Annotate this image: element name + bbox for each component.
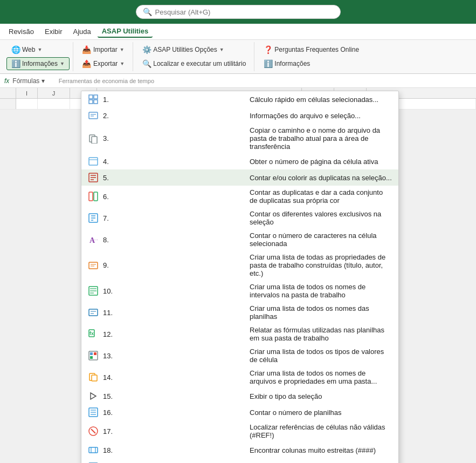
chevron-down-icon-2: ▼: [60, 61, 65, 66]
item-icon-6: [88, 191, 99, 202]
dropdown-item-11[interactable]: 11. Criar uma lista de todos os nomes da…: [81, 302, 398, 323]
grid-cell[interactable]: [38, 99, 70, 109]
ribbon-btn-localizar[interactable]: 🔍 Localizar e executar um utilitário: [137, 57, 251, 70]
gear-icon: ⚙️: [142, 45, 151, 54]
search-input[interactable]: [155, 8, 334, 16]
dropdown-item-2[interactable]: 2. Informações do arquivo e seleção...: [81, 107, 398, 124]
svg-rect-38: [90, 356, 93, 359]
item-text-1: 1.: [103, 96, 245, 104]
row-header-spacer: [0, 88, 16, 98]
ribbon-btn-opcoes[interactable]: ⚙️ ASAP Utilities Opções ▼: [137, 43, 229, 56]
dropdown-item-17[interactable]: 17. Localizar referências de células não…: [81, 420, 398, 442]
formula-bar: fx Fórmulas ▾ Ferramentas de economia de…: [0, 74, 476, 88]
dropdown-item-6[interactable]: 6. Contar as duplicatas e dar a cada con…: [81, 186, 398, 207]
search-box[interactable]: 🔍: [136, 5, 341, 19]
item-label-15: Exibir o tipo da seleção: [250, 392, 392, 400]
grid-cell[interactable]: [16, 99, 38, 109]
ribbon-btn-informacoes[interactable]: ℹ️ Informações ▼: [6, 57, 70, 70]
svg-rect-36: [90, 352, 93, 355]
dropdown-item-7[interactable]: 7. Contar os diferentes valores exclusiv…: [81, 207, 398, 229]
item-num-7: 7.: [103, 214, 245, 222]
menu-item-asap[interactable]: ASAP Utilities: [98, 25, 153, 38]
item-num-11: 11.: [103, 309, 245, 317]
ribbon-btn-exportar[interactable]: 📤 Exportar ▼: [78, 57, 129, 70]
dropdown-item-15[interactable]: 15. Exibir o tipo da seleção: [81, 388, 398, 404]
item-label-6: Contar as duplicatas e dar a cada conjun…: [250, 188, 392, 205]
item-label-2: Informações do arquivo e seleção...: [250, 112, 392, 120]
ribbon-group-1: 🌐 Web ▼ ℹ️ Informações ▼: [3, 42, 73, 71]
top-bar: 🔍: [0, 0, 476, 24]
item-icon-19: [88, 461, 99, 463]
row-num: [0, 99, 16, 109]
item-num-14: 14.: [103, 373, 245, 382]
svg-rect-40: [92, 375, 97, 381]
dropdown-item-14[interactable]: 14. Criar uma lista de todos os nomes de…: [81, 366, 398, 388]
item-num-18: 18.: [103, 446, 245, 454]
item-label-16: Contar o número de planilhas: [250, 408, 392, 417]
svg-rect-0: [89, 95, 93, 99]
ribbon-group-4: ❓ Perguntas Frequentes Online ℹ️ Informa…: [256, 42, 367, 71]
menu-item-exibir[interactable]: Exibir: [40, 26, 67, 37]
item-num-15: 15.: [103, 392, 245, 400]
item-icon-1: [88, 94, 99, 105]
chevron-down-icon-3: ▼: [120, 47, 125, 52]
item-num-10: 10.: [103, 287, 245, 295]
item-num-3: 3.: [103, 134, 245, 142]
economy-label: Ferramentas de economia de tempo: [59, 78, 154, 84]
ribbon-btn-web[interactable]: 🌐 Web ▼: [6, 43, 47, 56]
dropdown-item-19[interactable]: 19. Exibir sua resolução de tela: [81, 458, 398, 463]
item-icon-7: [88, 213, 99, 223]
item-label-12: Relatar as fórmulas utilizadas nas plani…: [250, 326, 392, 342]
item-label-8: Contar o número de caracteres na célula …: [250, 232, 392, 248]
col-header-j: J: [38, 88, 70, 98]
dropdown-item-9[interactable]: 9. Criar uma lista de todas as proprieda…: [81, 250, 398, 280]
dropdown-item-1[interactable]: 1. Cálculo rápido em células selecionada…: [81, 91, 398, 107]
svg-rect-37: [94, 352, 96, 355]
item-label-5: Contar e/ou colorir as duplicatas na sel…: [250, 174, 392, 182]
menu-item-revisao[interactable]: Revisão: [4, 26, 38, 37]
svg-rect-4: [89, 112, 98, 119]
svg-rect-15: [89, 192, 93, 201]
item-label-18: Encontrar colunas muito estreitas (####): [250, 446, 392, 454]
svg-rect-16: [94, 192, 98, 201]
ribbon-btn-info2[interactable]: ℹ️ Informações: [259, 57, 315, 70]
item-num-4: 4.: [103, 158, 245, 166]
item-num-6: 6.: [103, 193, 245, 201]
svg-rect-8: [92, 137, 97, 144]
dropdown-item-5[interactable]: 5. Contar e/ou colorir as duplicatas na …: [81, 169, 398, 186]
svg-rect-9: [89, 158, 98, 165]
item-label-14: Criar uma lista de todos os nomes de arq…: [250, 369, 392, 385]
item-icon-17: [88, 426, 99, 437]
dropdown-item-12[interactable]: fx 12. Relatar as fórmulas utilizadas na…: [81, 323, 398, 345]
dropdown-item-13[interactable]: 13. Criar uma lista de todos os tipos de…: [81, 345, 398, 366]
menu-item-ajuda[interactable]: Ajuda: [68, 26, 95, 37]
dropdown-item-4[interactable]: 4. Obter o número de página da célula at…: [81, 153, 398, 169]
ribbon-group-3: ⚙️ ASAP Utilities Opções ▼ 🔍 Localizar e…: [134, 42, 254, 71]
item-num-13: 13.: [103, 352, 245, 360]
svg-rect-30: [89, 309, 98, 316]
formula-text: Fórmulas ▾: [12, 77, 44, 85]
web-icon: 🌐: [11, 45, 20, 54]
dropdown-item-8[interactable]: A… 8. Contar o número de caracteres na c…: [81, 229, 398, 250]
item-label-3: Copiar o caminho e o nome do arquivo da …: [250, 126, 392, 151]
item-num-17: 17.: [103, 427, 245, 435]
item-icon-15: [88, 391, 99, 401]
ribbon-btn-importar[interactable]: 📥 Importar ▼: [78, 43, 129, 56]
dropdown-item-16[interactable]: 16. Contar o número de planilhas: [81, 404, 398, 420]
menu-bar: Revisão Exibir Ajuda ASAP Utilities: [0, 24, 476, 40]
dropdown-item-18[interactable]: 18. Encontrar colunas muito estreitas (#…: [81, 442, 398, 458]
dropdown-menu: 1. Cálculo rápido em células selecionada…: [81, 91, 399, 463]
item-icon-4: [88, 156, 99, 167]
import-icon: 📥: [82, 45, 91, 54]
col-header-i: I: [16, 88, 38, 98]
dropdown-item-10[interactable]: 10. Criar uma lista de todos os nomes de…: [81, 280, 398, 302]
dropdown-item-3[interactable]: 3. Copiar o caminho e o nome do arquivo …: [81, 124, 398, 153]
item-icon-16: [88, 407, 99, 418]
info2-icon: ℹ️: [264, 59, 272, 68]
item-icon-13: [88, 350, 99, 361]
ribbon-btn-faq[interactable]: ❓ Perguntas Frequentes Online: [259, 43, 364, 56]
svg-rect-1: [94, 95, 98, 99]
svg-rect-3: [94, 100, 98, 104]
faq-icon: ❓: [264, 45, 272, 54]
formula-label: fx: [4, 77, 9, 85]
